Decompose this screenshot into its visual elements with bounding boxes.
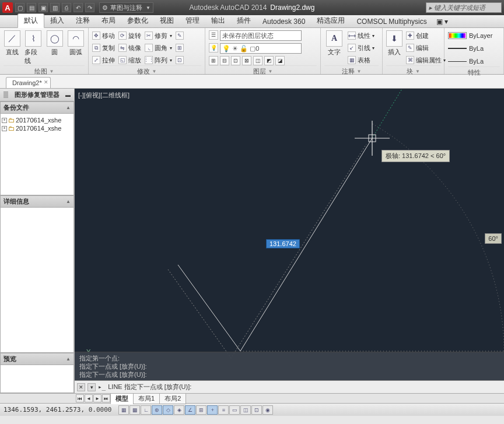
tab-nav-prev-icon[interactable]: ◄	[85, 394, 93, 402]
lineweight-combo[interactable]: ByLa	[448, 56, 492, 66]
new-icon[interactable]: ▢	[15, 3, 24, 12]
saveas-icon[interactable]: ▥	[50, 3, 60, 12]
model-tab[interactable]: 模型	[110, 393, 134, 404]
trim-button[interactable]: ✂修剪▾	[145, 30, 172, 41]
tab-manage[interactable]: 管理	[180, 14, 205, 27]
tab-nav-last-icon[interactable]: ⏭	[102, 394, 110, 402]
toggle-qp[interactable]: ◫	[240, 405, 251, 415]
stretch-button[interactable]: ⤢拉伸	[92, 55, 115, 65]
toggle-snap[interactable]: ▦	[118, 405, 129, 415]
undo-icon[interactable]: ↶	[74, 3, 83, 12]
layer-props-icon[interactable]: ☰	[209, 30, 218, 40]
block-attr-button[interactable]: ⌘编辑属性▾	[406, 55, 446, 65]
toggle-ducs[interactable]: ⊞	[196, 405, 206, 415]
tab-a360[interactable]: Autodesk 360	[257, 16, 311, 27]
backup-section-header[interactable]: 备份文件▲	[0, 101, 74, 114]
line-button[interactable]: ／直线	[4, 30, 21, 57]
table-button[interactable]: ▦表格	[348, 55, 374, 65]
toggle-3dosnap[interactable]: ◈	[174, 405, 184, 415]
block-edit-button[interactable]: ✎编辑	[406, 43, 446, 53]
drawing-canvas[interactable]: [-][俯视][二维线框] 131.6742 极轴: 131.6742 < 60…	[75, 89, 504, 393]
layer-current-combo[interactable]: 💡 ☀ 🔓 ▢ 0	[220, 43, 302, 54]
tab-comsol[interactable]: COMSOL Multiphysics	[351, 16, 432, 27]
layer-tool-1[interactable]: ⊞	[209, 56, 218, 65]
scale-button[interactable]: ◱缩放	[118, 55, 141, 65]
plot-icon[interactable]: ⎙	[62, 3, 71, 12]
polyline-button[interactable]: ⌇多段线	[24, 30, 42, 65]
toggle-tpy[interactable]: ▭	[229, 405, 240, 415]
leader-button[interactable]: ↙引线▾	[348, 43, 374, 53]
grip-icon[interactable]	[4, 92, 8, 99]
move-button[interactable]: ✥移动	[92, 30, 115, 41]
copy-button[interactable]: ⧉复制	[92, 43, 115, 53]
tab-nav-next-icon[interactable]: ►	[93, 394, 102, 402]
circle-button[interactable]: ◯圆	[46, 30, 64, 57]
workspace-selector[interactable]: ⚙ 草图与注释 ▼	[99, 2, 153, 13]
toggle-lwt[interactable]: ≡	[218, 405, 229, 415]
command-line[interactable]: ✕ ▾ ▸_ LINE 指定下一点或 [放弃(U)]:	[75, 380, 504, 393]
layer-state-combo[interactable]: 未保存的图层状态	[220, 30, 302, 41]
mirror-button[interactable]: ⇋镜像	[118, 43, 141, 53]
dim-linear-button[interactable]: ⟷线性▾	[348, 30, 374, 41]
tab-default[interactable]: 默认	[18, 13, 44, 28]
tab-view[interactable]: 视图	[154, 14, 180, 27]
color-combo[interactable]: ByLayer	[448, 30, 492, 41]
toggle-sc[interactable]: ⊡	[251, 405, 262, 415]
tab-addins[interactable]: 插件	[231, 14, 257, 27]
svg-line-0	[178, 265, 240, 351]
toggle-grid[interactable]: ▩	[130, 405, 140, 415]
tab-output[interactable]: 输出	[205, 14, 231, 27]
redo-icon[interactable]: ↷	[85, 3, 94, 12]
layer-tool-6[interactable]: ◩	[264, 56, 274, 65]
toggle-am[interactable]: ◉	[262, 405, 273, 415]
modify-extra-3[interactable]: ⊡	[176, 55, 184, 65]
block-create-button[interactable]: ✚创建	[406, 30, 446, 41]
insert-block-button[interactable]: ⬇插入	[386, 30, 402, 57]
tab-featured[interactable]: 精选应用	[311, 14, 351, 27]
tree-item[interactable]: +🗀20170614_xshe	[2, 124, 72, 132]
layer-tool-7[interactable]: ◪	[275, 56, 285, 65]
tab-insert[interactable]: 插入	[44, 14, 70, 27]
tab-annotate[interactable]: 注释	[70, 14, 96, 27]
palette-title[interactable]: 图形修复管理器 ▬	[0, 89, 74, 101]
tab-layout[interactable]: 布局	[96, 14, 121, 27]
close-icon[interactable]: ✕	[44, 79, 48, 85]
rotate-button[interactable]: ⟳旋转	[118, 30, 141, 41]
modify-extra-2[interactable]: ⊞	[176, 43, 184, 53]
document-tab[interactable]: Drawing2*✕	[6, 77, 51, 88]
save-icon[interactable]: ▣	[38, 3, 48, 12]
preview-section-header[interactable]: 预览▲	[0, 353, 74, 365]
layout2-tab[interactable]: 布局2	[159, 393, 186, 404]
recent-cmd-icon[interactable]: ▾	[88, 383, 96, 391]
toggle-ortho[interactable]: ∟	[141, 405, 151, 415]
svg-line-1	[240, 138, 372, 351]
layer-tool-3[interactable]: ⊡	[231, 56, 240, 65]
modify-extra-1[interactable]: ✎	[176, 30, 184, 41]
help-search-input[interactable]: ▸ 键入关键字或短语	[426, 2, 502, 13]
tab-parametric[interactable]: 参数化	[121, 14, 154, 27]
tab-extra[interactable]: ▣ ▾	[433, 16, 452, 27]
layer-tool-2[interactable]: ⊟	[220, 56, 229, 65]
backup-tree[interactable]: +🗀20170614_xshe +🗀20170614_xshe	[0, 114, 74, 195]
arc-button[interactable]: ◠圆弧	[67, 30, 85, 57]
layer-tool-4[interactable]: ⊠	[242, 56, 251, 65]
fillet-button[interactable]: ◟圆角▾	[145, 43, 172, 53]
tree-item[interactable]: +🗀20170614_xshe	[2, 116, 72, 124]
close-cmdline-icon[interactable]: ✕	[77, 383, 85, 391]
linetype-combo[interactable]: ByLa	[448, 43, 492, 54]
toggle-osnap[interactable]: ◇	[163, 405, 173, 415]
layout1-tab[interactable]: 布局1	[133, 393, 160, 404]
dynamic-input-length[interactable]: 131.6742	[266, 239, 300, 248]
layer-tool-5[interactable]: ◫	[253, 56, 262, 65]
tab-nav-first-icon[interactable]: ⏮	[76, 394, 84, 402]
open-icon[interactable]: ▤	[27, 3, 36, 12]
layer-off-icon[interactable]: 💡	[209, 43, 218, 52]
text-button[interactable]: A文字	[324, 30, 344, 57]
toggle-polar[interactable]: ⊛	[152, 405, 162, 415]
toggle-dyn[interactable]: +	[207, 405, 218, 415]
array-button[interactable]: ⋮⋮阵列▾	[145, 55, 172, 65]
details-section-header[interactable]: 详细信息▲	[0, 195, 74, 208]
app-icon[interactable]: A	[2, 2, 13, 13]
toggle-otrack[interactable]: ∠	[185, 405, 195, 415]
palette-close-icon[interactable]: ▬	[65, 92, 71, 98]
